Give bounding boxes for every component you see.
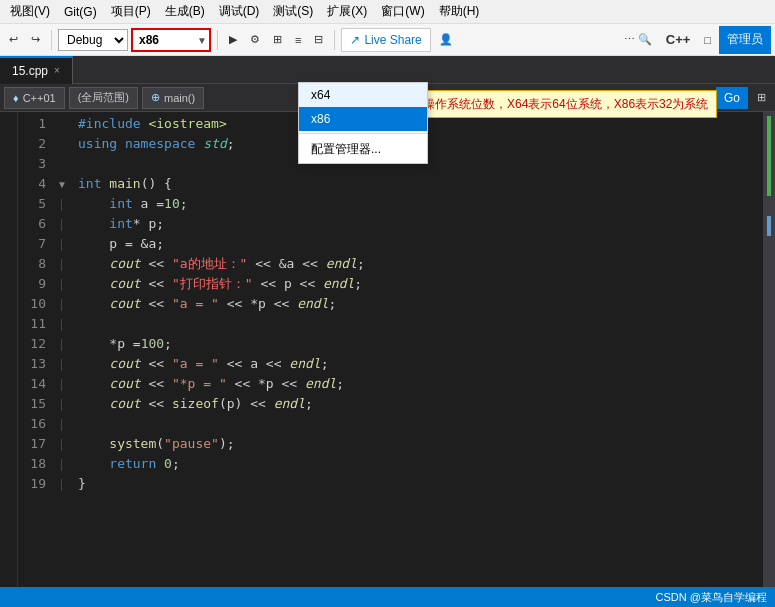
code-token: ; [305, 394, 313, 414]
code-token: endl [289, 354, 320, 374]
code-token: << p << [253, 274, 323, 294]
code-token: #include [78, 114, 141, 134]
dropdown-item-x64[interactable]: x64 [299, 83, 427, 107]
search-button[interactable]: ⋯ 🔍 [619, 28, 657, 52]
code-token: using [78, 134, 117, 154]
margin-line-3 [0, 154, 17, 174]
fold-margin: ▼ │ │ │ │ │ │ │ │ │ │ │ │ │ │ │ [54, 112, 70, 587]
code-token: *p = [78, 334, 141, 354]
line-num-13: 13 [22, 354, 46, 374]
code-token: "打印指针：" [172, 274, 253, 294]
code-token [78, 374, 109, 394]
margin-line-2 [0, 134, 17, 154]
code-token: main [109, 174, 140, 194]
go-button[interactable]: Go [716, 87, 748, 109]
code-token [78, 194, 109, 214]
margin-line-12 [0, 334, 17, 354]
menu-window[interactable]: 窗口(W) [375, 1, 430, 22]
line-num-6: 6 [22, 214, 46, 234]
menu-git[interactable]: Git(G) [58, 3, 103, 21]
vertical-scrollbar[interactable] [763, 112, 775, 587]
tab-15cpp[interactable]: 15.cpp × [0, 56, 73, 84]
line-num-5: 5 [22, 194, 46, 214]
maximize-button[interactable]: □ [699, 28, 716, 52]
line-num-10: 10 [22, 294, 46, 314]
nav-expand-button[interactable]: ⊞ [752, 86, 771, 110]
scope-selector[interactable]: ♦ C++01 [4, 87, 65, 109]
toolbar-icon-2[interactable]: ⚙ [245, 28, 265, 52]
menu-bar: 视图(V) Git(G) 项目(P) 生成(B) 调试(D) 测试(S) 扩展(… [0, 0, 775, 24]
code-token: ; [357, 254, 365, 274]
undo-button[interactable]: ↩ [4, 28, 23, 52]
code-token: ( [156, 434, 164, 454]
context-selector[interactable]: (全局范围) [69, 87, 138, 109]
code-token: 0 [164, 454, 172, 474]
line-num-2: 2 [22, 134, 46, 154]
code-token: cout [109, 274, 140, 294]
line-num-7: 7 [22, 234, 46, 254]
code-token: cout [109, 254, 140, 274]
dropdown-item-config[interactable]: 配置管理器... [299, 136, 427, 163]
dropdown-separator [299, 133, 427, 134]
account-button[interactable]: 👤 [434, 28, 458, 52]
code-token: cout [109, 294, 140, 314]
line-num-8: 8 [22, 254, 46, 274]
menu-build[interactable]: 生成(B) [159, 1, 211, 22]
line-num-15: 15 [22, 394, 46, 414]
manage-button[interactable]: 管理员 [719, 26, 771, 54]
menu-help[interactable]: 帮助(H) [433, 1, 486, 22]
redo-button[interactable]: ↪ [26, 28, 45, 52]
code-token: a = [133, 194, 164, 214]
toolbar-icon-1[interactable]: ▶ [224, 28, 242, 52]
code-token: <iostream> [148, 114, 226, 134]
line-num-18: 18 [22, 454, 46, 474]
fold-12: │ [54, 334, 70, 354]
code-token: (p) << [219, 394, 274, 414]
context-label: (全局范围) [78, 90, 129, 105]
menu-debug[interactable]: 调试(D) [213, 1, 266, 22]
platform-dropdown-menu: x64 x86 配置管理器... [298, 82, 428, 164]
scope-icon: ♦ [13, 92, 19, 104]
separator-3 [334, 30, 335, 50]
debug-config-select[interactable]: Debug [58, 29, 128, 51]
code-token: << *p << [227, 374, 305, 394]
live-share-icon: ↗ [350, 33, 360, 47]
tab-close-icon[interactable]: × [54, 65, 60, 76]
code-token: "*p = " [172, 374, 227, 394]
code-token: sizeof [172, 394, 219, 414]
menu-test[interactable]: 测试(S) [267, 1, 319, 22]
code-token: 10 [164, 194, 180, 214]
dropdown-item-x86[interactable]: x86 [299, 107, 427, 131]
function-selector[interactable]: ⊕ main() [142, 87, 204, 109]
live-share-button[interactable]: ↗ Live Share [341, 28, 430, 52]
code-line-11 [78, 314, 755, 334]
code-editor[interactable]: #include <iostream> using namespace std … [70, 112, 763, 587]
code-token: endl [323, 274, 354, 294]
code-token: "a的地址：" [172, 254, 247, 274]
code-line-8: cout << "a的地址：" << &a << endl ; [78, 254, 755, 274]
code-token: ); [219, 434, 235, 454]
menu-view[interactable]: 视图(V) [4, 1, 56, 22]
code-token: } [78, 474, 86, 494]
code-token [195, 134, 203, 154]
fold-15: │ [54, 394, 70, 414]
status-csdn: CSDN @菜鸟自学编程 [656, 590, 767, 605]
code-token: int [78, 174, 101, 194]
toolbar-icon-3[interactable]: ⊞ [268, 28, 287, 52]
code-token: system [109, 434, 156, 454]
fold-4[interactable]: ▼ [54, 174, 70, 194]
fold-3 [54, 154, 70, 174]
menu-project[interactable]: 项目(P) [105, 1, 157, 22]
fold-17: │ [54, 434, 70, 454]
code-line-10: cout << "a = " << *p << endl ; [78, 294, 755, 314]
platform-select[interactable]: x86 [131, 28, 211, 52]
menu-extensions[interactable]: 扩展(X) [321, 1, 373, 22]
toolbar: ↩ ↪ Debug x86 ▼ ▶ ⚙ ⊞ ≡ ⊟ ↗ Live Share 👤… [0, 24, 775, 56]
toolbar-icon-5[interactable]: ⊟ [309, 28, 328, 52]
code-token: ; [321, 354, 329, 374]
code-line-12: *p = 100 ; [78, 334, 755, 354]
fold-11: │ [54, 314, 70, 334]
toolbar-icon-4[interactable]: ≡ [290, 28, 306, 52]
live-share-label: Live Share [364, 33, 421, 47]
code-line-7: p = &a; [78, 234, 755, 254]
